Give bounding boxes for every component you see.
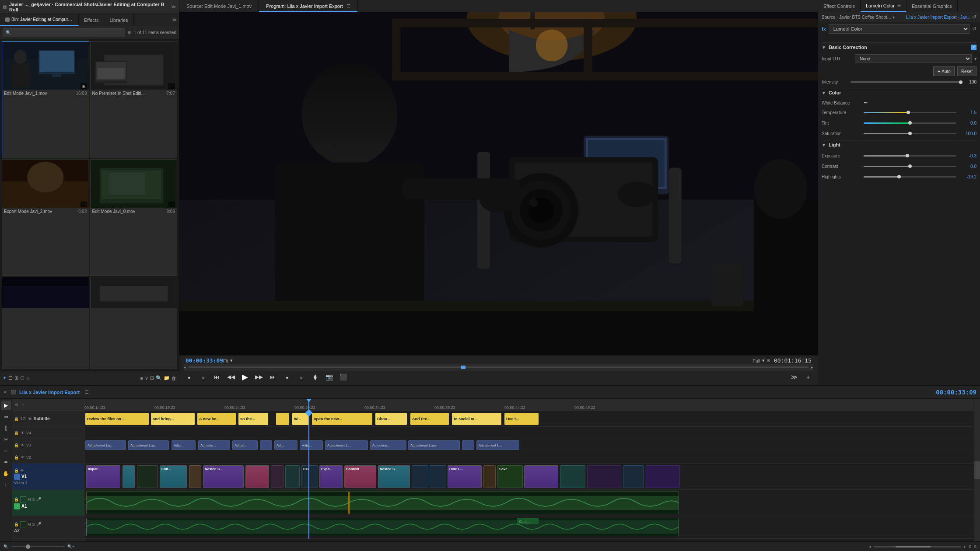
add-marker-button[interactable]: ⧫ [310,372,320,382]
video-clip-3[interactable]: Edit... [160,465,187,488]
video-clip-13[interactable] [412,465,428,488]
auto-button[interactable]: ✦ Auto [933,66,955,76]
video-clip-18[interactable] [524,465,558,488]
adj-clip-13[interactable]: Adjustment L... [476,440,519,450]
side-scroll-thumb[interactable] [974,461,980,479]
subtitle-clip-11[interactable]: Use t... [504,413,539,425]
media-item-4[interactable]: ⋯ Edit Mode Javi_0.mov 9:09 [90,159,178,276]
adj-clip-12[interactable] [462,440,474,450]
zoom-out-icon[interactable]: 🔍- [4,544,10,549]
sort-icon[interactable]: ≡ [140,376,143,381]
media-item-3[interactable]: ⋯ Export Mode Javi_2.mov 6:02 [2,159,89,276]
light-section-header[interactable]: ▼ Light [822,140,976,149]
subtitle-clip-7[interactable]: open the new... [312,413,372,425]
video-clip-14[interactable] [430,465,446,488]
tab-effect-controls[interactable]: Effect Controls [818,0,861,12]
settings-icon[interactable]: ⚙ [766,358,770,363]
subtitle-clip-5[interactable] [276,413,289,425]
media-item-6[interactable] [90,277,178,369]
mark-in-button[interactable]: ⬥ [184,372,194,382]
temperature-slider[interactable] [864,112,956,113]
video-clip-11[interactable]: Content [344,465,376,488]
scrubber-track[interactable] [189,366,808,368]
mark-out-button[interactable]: ⬦ [198,372,208,382]
select-tool[interactable]: ▶ [1,401,11,410]
video-clip-10[interactable]: Expo... [319,465,343,488]
adj-clip-11[interactable]: Adjustment Layer [408,440,460,450]
reset-history-icon[interactable]: ↺ [972,26,976,32]
razor-tool[interactable]: ✂ [1,435,11,444]
exposure-slider[interactable] [864,155,956,157]
video-clip-6[interactable] [245,465,269,488]
a2-mic-icon[interactable]: 🎤 [36,522,41,527]
mic-icon[interactable]: 🎤 [36,497,41,502]
chevron-icon[interactable]: ∨ [145,375,148,381]
icon-view-icon[interactable]: ⊞ [14,375,18,381]
mark-clip-out-button[interactable]: ⬦ [296,372,306,382]
intensity-slider[interactable] [850,81,961,83]
audio-clip-1[interactable] [86,492,679,514]
video-clip-2[interactable] [122,465,135,488]
type-tool[interactable]: T [1,480,11,490]
video-clip-7[interactable] [271,465,284,488]
more-controls-button[interactable]: ≫ [789,372,799,382]
subtitle-clip-9[interactable]: And Pre... [410,413,449,425]
video-clip-1[interactable]: Impor... [86,465,120,488]
scroll-left-icon[interactable]: ◂ [869,544,871,549]
ripple-edit-tool[interactable]: ⟦ [1,423,11,433]
folder-icon[interactable]: 📁 [164,375,170,381]
zoom-slider[interactable] [12,546,65,547]
tab-bin[interactable]: Bin: Javier Editing at Computer B Roll [0,14,79,26]
tab-effects[interactable]: Effects [79,14,104,26]
audio-clip-2[interactable]: Cont... [86,518,679,536]
tab-libraries[interactable]: Libraries [104,14,133,26]
video-clip-4[interactable] [189,465,201,488]
video-clip-12[interactable]: Nested S... [378,465,410,488]
video-clip-9[interactable]: C13 [301,465,318,488]
scroll-right-icon[interactable]: ▸ [964,544,966,549]
tab-lumetri-color[interactable]: Lumetri Color ☰ [861,0,906,12]
media-item[interactable]: ⋯ No Premiere in Shot Editi... 7:07 [90,41,178,158]
expand-icon[interactable]: ≫ [171,4,176,10]
tab-essential-graphics[interactable]: Essential Graphics [906,0,958,12]
fit-dropdown[interactable]: Fit ▾ [223,358,233,363]
reset-button[interactable]: Reset [957,66,976,76]
video-clip-16[interactable] [483,465,496,488]
subtitle-clip-1[interactable]: review the files on ... [85,413,149,425]
color-section-header[interactable]: ▼ Color [822,88,976,97]
export-frame-button[interactable]: ⬛ [338,372,348,382]
effect-dropdown[interactable]: Lumetri Color [829,24,970,34]
video-clip-21[interactable] [623,465,644,488]
v1-eye-icon[interactable]: 👁 [20,468,24,473]
subtitle-clip-2[interactable]: and bring... [151,413,195,425]
basic-correction-header[interactable]: ▼ Basic Correction ✓ [822,42,976,52]
subtitle-clip-3[interactable]: A new he... [197,413,236,425]
search-bottom-icon[interactable]: 🔍 [156,375,162,381]
video-clip-17[interactable]: Save [497,465,523,488]
adj-clip-5[interactable]: Adjust... [232,440,258,450]
v2-eye-icon[interactable]: 👁 [21,455,24,460]
adj-clip-6[interactable] [260,440,272,450]
search-input[interactable] [13,30,122,35]
program-tab[interactable]: Program: Lila x Javier Import Export ☰ [259,0,357,12]
tl-settings-icon[interactable]: ⚙ [15,403,18,407]
mark-clip-in-button[interactable]: ⬥ [282,372,292,382]
thumb-size-icon[interactable]: ⊞ [150,375,154,381]
timeline-menu-icon[interactable]: ☰ [85,390,89,394]
eye-icon[interactable]: 👁 [28,417,32,421]
add-controls-button[interactable]: + [803,372,813,382]
video-clip-15[interactable]: Hide L... [448,465,482,488]
freeform-icon[interactable]: ⬡ [20,375,24,381]
eyedropper-icon[interactable]: ✒ [864,100,868,106]
go-to-in-button[interactable]: ⏮ [212,372,222,382]
step-back-button[interactable]: ◀◀ [226,372,236,382]
side-scrollbar[interactable] [974,399,980,541]
slip-tool[interactable]: ↔ [1,446,11,456]
lumetri-menu-icon[interactable]: ☰ [897,3,901,8]
subtitle-clip-4[interactable]: so the... [238,413,268,425]
source-tab[interactable]: Source: Edit Mode Javi_1.mov [179,0,259,12]
v3-eye-icon[interactable]: 👁 [21,443,24,447]
highlights-slider[interactable] [864,176,956,178]
video-clip-5[interactable]: Nested S... [203,465,244,488]
adj-clip-9[interactable]: Adjustment L... [325,440,368,450]
